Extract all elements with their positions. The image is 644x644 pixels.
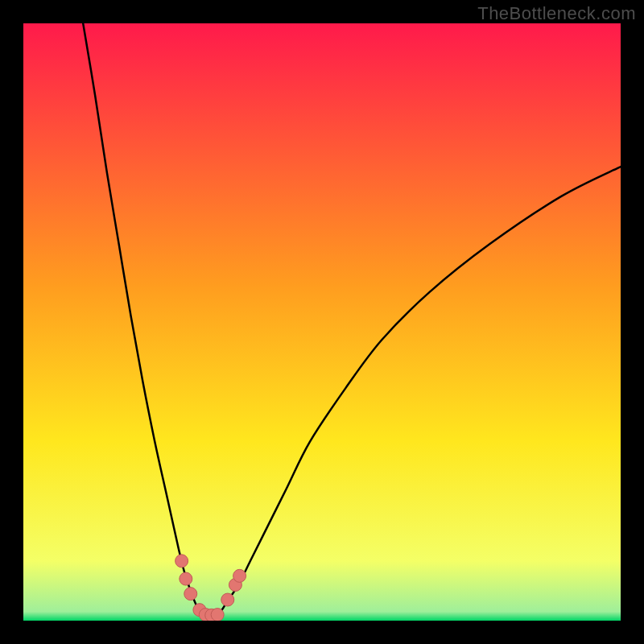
- optimal-marker: [184, 588, 197, 601]
- gradient-background: [23, 23, 621, 621]
- chart-frame: TheBottleneck.com: [0, 0, 644, 644]
- optimal-marker: [233, 569, 246, 582]
- optimal-marker: [180, 572, 192, 585]
- optimal-marker: [175, 555, 188, 568]
- bottleneck-chart: [23, 23, 621, 621]
- optimal-marker: [211, 609, 224, 621]
- optimal-marker: [221, 593, 234, 606]
- watermark-text: TheBottleneck.com: [477, 3, 636, 24]
